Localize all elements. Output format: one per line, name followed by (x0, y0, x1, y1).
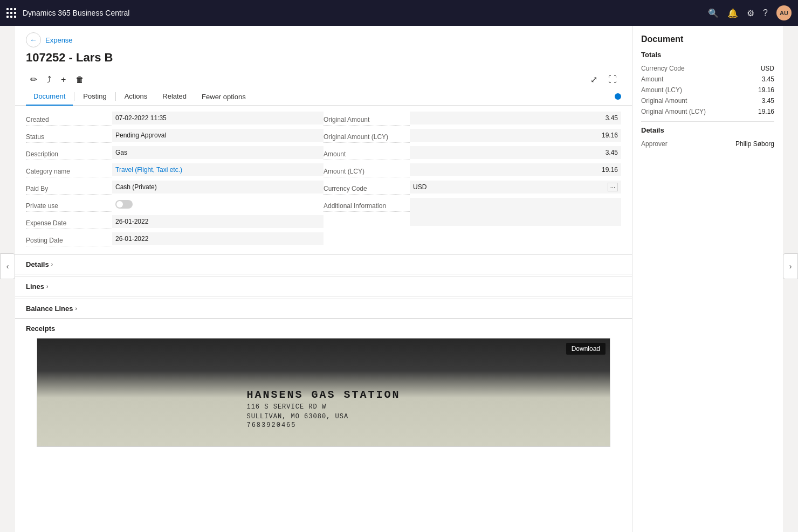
receipts-header: Receipts (15, 319, 632, 338)
panel-value-original-amount-lcy: 19.16 (758, 108, 774, 115)
section-lines-label: Lines (26, 282, 44, 291)
label-amount: Amount (324, 146, 410, 160)
field-expense-date: Expense Date 26-01-2022 (26, 213, 324, 231)
fullscreen-icon: ⛶ (608, 75, 617, 85)
currency-code-lookup-button[interactable]: ··· (608, 183, 618, 191)
value-posting-date: 26-01-2022 (112, 232, 324, 245)
tab-related[interactable]: Related (155, 88, 194, 106)
panel-value-amount-lcy: 19.16 (758, 86, 774, 94)
panel-value-currency-code: USD (761, 65, 774, 72)
section-lines-chevron: › (46, 284, 48, 289)
value-expense-date: 26-01-2022 (112, 215, 324, 228)
delete-icon: 🗑 (75, 75, 84, 85)
right-nav-arrow[interactable]: › (783, 253, 798, 279)
label-currency-code: Currency Code (324, 181, 410, 195)
label-additional-info: Additional Information (324, 198, 410, 212)
panel-row-amount: Amount 3.45 (641, 74, 774, 85)
field-paid-by: Paid By Cash (Private) (26, 179, 324, 196)
tab-document[interactable]: Document (26, 88, 73, 106)
value-additional-info[interactable] (410, 198, 621, 226)
page-header: ← Expense 107252 - Lars B ✏ ⤴ + (15, 26, 632, 88)
value-private-use (112, 198, 324, 211)
section-details-label: Details (26, 260, 49, 268)
label-amount-lcy: Amount (LCY) (324, 163, 410, 177)
currency-code-text: USD (413, 183, 607, 191)
breadcrumb-row: ← Expense (26, 32, 621, 47)
share-button[interactable]: ⤴ (43, 72, 56, 88)
value-description: Gas (112, 146, 324, 159)
panel-label-currency-code: Currency Code (641, 65, 685, 72)
tab-separator-1 (74, 92, 74, 101)
content-area: ← Expense 107252 - Lars B ✏ ⤴ + (15, 26, 783, 532)
section-balance-lines-label: Balance Lines (26, 305, 73, 313)
section-balance-lines[interactable]: Balance Lines › (15, 299, 632, 319)
toggle-knob (116, 201, 123, 208)
tab-fewer-options[interactable]: Fewer options (194, 88, 253, 105)
app-name: Dynamics 365 Business Central (23, 9, 129, 17)
receipts-section: Receipts HANSENS GAS STATION 116 S SERVI… (15, 319, 632, 453)
panel-row-approver: Approver Philip Søborg (641, 139, 774, 149)
receipt-image-container: HANSENS GAS STATION 116 S SERVICE RD W S… (37, 338, 610, 447)
label-description: Description (26, 146, 112, 160)
value-original-amount-lcy: 19.16 (410, 129, 621, 142)
tab-separator-2 (115, 92, 116, 101)
receipt-title: HANSENS GAS STATION (246, 389, 400, 401)
panel-label-original-amount-lcy: Original Amount (LCY) (641, 108, 706, 115)
delete-button[interactable]: 🗑 (71, 72, 88, 88)
left-column: Created 07-02-2022 11:35 Status Pending … (26, 110, 324, 248)
label-category: Category name (26, 163, 112, 177)
tab-actions[interactable]: Actions (117, 88, 155, 106)
main-wrapper: ← Expense 107252 - Lars B ✏ ⤴ + (0, 26, 798, 532)
value-original-amount: 3.45 (410, 112, 621, 125)
value-category[interactable]: Travel (Flight, Taxi etc.) (112, 163, 324, 176)
value-amount-lcy: 19.16 (410, 163, 621, 176)
edit-button[interactable]: ✏ (26, 71, 42, 88)
value-created: 07-02-2022 11:35 (112, 112, 324, 125)
settings-icon[interactable]: ⚙ (747, 8, 754, 18)
download-button[interactable]: Download (566, 343, 606, 355)
field-amount: Amount 3.45 (324, 144, 621, 162)
receipt-content: HANSENS GAS STATION 116 S SERVICE RD W S… (246, 389, 400, 429)
label-private-use: Private use (26, 198, 112, 212)
search-icon[interactable]: 🔍 (708, 8, 719, 18)
form-section: ← Expense 107252 - Lars B ✏ ⤴ + (15, 26, 632, 532)
notification-icon[interactable]: 🔔 (727, 8, 738, 18)
tab-posting[interactable]: Posting (75, 88, 114, 106)
field-amount-lcy: Amount (LCY) 19.16 (324, 162, 621, 179)
field-created: Created 07-02-2022 11:35 (26, 110, 324, 127)
panel-row-currency-code: Currency Code USD (641, 63, 774, 74)
user-avatar[interactable]: AU (776, 5, 792, 20)
field-category: Category name Travel (Flight, Taxi etc.) (26, 162, 324, 179)
panel-label-approver: Approver (641, 140, 668, 148)
section-details-chevron: › (51, 261, 53, 267)
field-currency-code: Currency Code USD ··· (324, 179, 621, 196)
receipt-address-2: SULLIVAN, MO 63080, USA (246, 413, 400, 420)
breadcrumb[interactable]: Expense (45, 36, 73, 44)
panel-details-title: Details (641, 126, 774, 134)
panel-row-original-amount: Original Amount 3.45 (641, 95, 774, 106)
right-panel: Document Totals Currency Code USD Amount… (632, 26, 783, 532)
section-balance-lines-chevron: › (75, 306, 77, 312)
value-amount: 3.45 (410, 146, 621, 159)
back-button[interactable]: ← (26, 32, 41, 47)
section-details[interactable]: Details › (15, 254, 632, 274)
panel-divider (641, 121, 774, 122)
label-original-amount-lcy: Original Amount (LCY) (324, 129, 410, 143)
label-status: Status (26, 129, 112, 143)
receipt-address-1: 116 S SERVICE RD W (246, 403, 400, 411)
right-column: Original Amount 3.45 Original Amount (LC… (324, 110, 621, 248)
nav-right-area: 🔍 🔔 ⚙ ? AU (708, 5, 792, 20)
fullscreen-button[interactable]: ⛶ (604, 71, 621, 88)
app-grid-icon[interactable] (6, 8, 16, 18)
panel-row-original-amount-lcy: Original Amount (LCY) 19.16 (641, 106, 774, 117)
form-grid: Created 07-02-2022 11:35 Status Pending … (26, 110, 621, 248)
private-use-toggle[interactable] (115, 200, 133, 209)
add-button[interactable]: + (57, 72, 70, 88)
help-icon[interactable]: ? (763, 8, 768, 18)
label-created: Created (26, 112, 112, 126)
label-posting-date: Posting Date (26, 232, 112, 246)
edit-icon: ✏ (30, 74, 37, 85)
left-nav-arrow[interactable]: ‹ (0, 253, 15, 279)
expand-button[interactable]: ⤢ (586, 71, 602, 88)
section-lines[interactable]: Lines › (15, 277, 632, 296)
